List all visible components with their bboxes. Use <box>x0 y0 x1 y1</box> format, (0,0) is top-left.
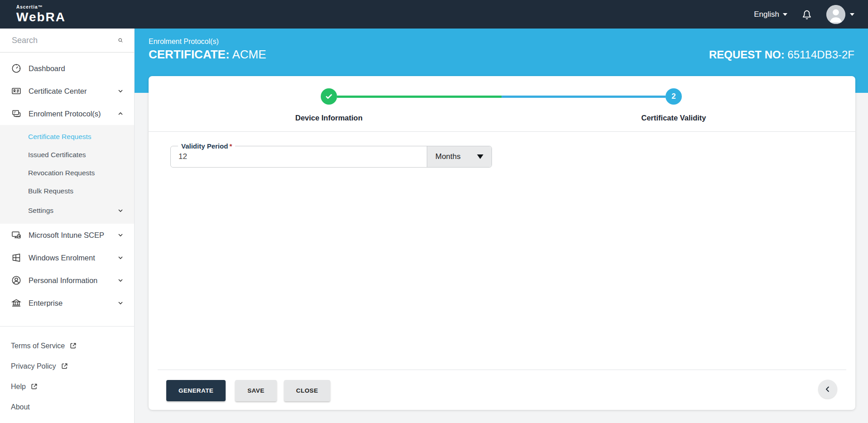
step-1-indicator[interactable] <box>321 88 337 105</box>
brand-logo: Ascertia™ WebRA <box>16 5 66 24</box>
link-label: About <box>11 403 30 411</box>
stepper-line-completed <box>337 96 502 98</box>
request-number-value: 65114DB3-2F <box>787 48 854 61</box>
sidebar-item-dashboard[interactable]: Dashboard <box>0 57 134 80</box>
sidebar-item-label: Revocation Requests <box>28 169 95 177</box>
intune-scep-icon <box>11 230 22 240</box>
link-label: Terms of Service <box>11 342 65 350</box>
page-title-label: CERTIFICATE: <box>149 48 230 61</box>
wizard-stepper: 2 Device Information Certificate Validit… <box>149 76 855 132</box>
language-selector[interactable]: English <box>754 10 787 19</box>
enrolment-protocols-icon <box>11 108 22 119</box>
chevron-down-icon <box>117 299 124 307</box>
external-link-icon <box>61 362 68 370</box>
validity-unit-dropdown[interactable]: Months <box>427 146 492 167</box>
sidebar-item-revocation-requests[interactable]: Revocation Requests <box>0 164 134 182</box>
external-link-icon <box>30 383 38 390</box>
bank-icon <box>11 298 22 308</box>
privacy-policy-link[interactable]: Privacy Policy <box>0 356 134 376</box>
stepper-progress-line <box>337 96 665 98</box>
chevron-down-icon <box>117 231 124 239</box>
link-label: Help <box>11 383 26 391</box>
sidebar-item-enrolment-protocols[interactable]: Enrolment Protocol(s) <box>0 102 134 125</box>
generate-button[interactable]: GENERATE <box>166 380 226 401</box>
sidebar-item-label: Bulk Requests <box>28 187 73 195</box>
previous-step-button[interactable] <box>818 380 837 399</box>
stepper-line-remaining <box>502 96 666 98</box>
chevron-down-icon <box>850 13 854 16</box>
notifications-button[interactable] <box>800 8 814 21</box>
request-number-label: REQUEST NO: <box>709 48 785 61</box>
sidebar-item-personal-information[interactable]: Personal Information <box>0 269 134 292</box>
sidebar-item-label: Certificate Requests <box>28 133 92 141</box>
terms-of-service-link[interactable]: Terms of Service <box>0 336 134 356</box>
sidebar-item-bulk-requests[interactable]: Bulk Requests <box>0 182 134 200</box>
link-label: Privacy Policy <box>11 362 56 370</box>
validity-period-field-group: Validity Period* Months <box>170 146 492 168</box>
chevron-down-icon <box>783 13 787 16</box>
brand-large-text: WebRA <box>16 11 66 24</box>
search-input[interactable] <box>11 35 118 46</box>
step-2-indicator[interactable]: 2 <box>665 88 682 105</box>
enrolment-submenu: Certificate Requests Issued Certificates… <box>0 125 134 224</box>
sidebar-item-settings[interactable]: Settings <box>0 200 134 221</box>
person-icon <box>11 275 22 286</box>
sidebar-item-label: Issued Certificates <box>28 151 86 159</box>
certificate-validity-form: Validity Period* Months <box>149 132 855 168</box>
chevron-left-icon <box>824 385 832 393</box>
sidebar-item-label: Microsoft Intune SCEP <box>29 231 104 240</box>
user-menu[interactable] <box>826 5 854 24</box>
step-2-label: Certificate Validity <box>641 114 706 122</box>
sidebar-item-label: Personal Information <box>29 276 97 285</box>
validity-period-label-text: Validity Period <box>181 142 228 150</box>
brand-small-text: Ascertia™ <box>16 5 66 10</box>
user-silhouette-icon <box>826 5 845 24</box>
breadcrumb: Enrolment Protocol(s) <box>149 38 854 46</box>
chevron-down-icon <box>117 277 124 284</box>
chevron-down-icon <box>117 87 124 95</box>
sidebar-item-enterprise[interactable]: Enterprise <box>0 292 134 314</box>
required-asterisk: * <box>229 142 232 150</box>
chevron-down-icon <box>117 207 124 214</box>
validity-unit-value: Months <box>435 152 461 161</box>
sidebar-item-windows-enrolment[interactable]: Windows Enrolment <box>0 246 134 269</box>
check-icon <box>324 92 333 101</box>
request-number: REQUEST NO: 65114DB3-2F <box>709 48 854 61</box>
search-icon[interactable] <box>118 36 123 45</box>
dropdown-arrow-icon <box>477 154 483 159</box>
sidebar-item-label: Settings <box>28 207 53 215</box>
sidebar: Dashboard Certificate Center Enrolment P… <box>0 29 135 423</box>
sidebar-item-label: Enrolment Protocol(s) <box>29 110 101 118</box>
card-footer: GENERATE SAVE CLOSE <box>149 370 855 410</box>
close-button[interactable]: CLOSE <box>284 380 331 401</box>
help-link[interactable]: Help <box>0 376 134 397</box>
about-link[interactable]: About <box>0 397 134 417</box>
page-title-value: ACME <box>232 48 266 61</box>
sidebar-item-label: Windows Enrolment <box>29 254 95 262</box>
step-2-number: 2 <box>671 92 675 101</box>
dashboard-icon <box>11 63 22 74</box>
chevron-down-icon <box>117 254 124 261</box>
wizard-card: 2 Device Information Certificate Validit… <box>149 76 855 410</box>
save-button[interactable]: SAVE <box>235 380 276 401</box>
certificate-center-icon <box>11 86 22 96</box>
language-label: English <box>754 10 779 19</box>
sidebar-item-issued-certificates[interactable]: Issued Certificates <box>0 146 134 164</box>
sidebar-item-label: Certificate Center <box>29 87 87 96</box>
top-header: Ascertia™ WebRA English <box>0 0 868 29</box>
external-link-icon <box>69 342 77 350</box>
sidebar-item-label: Enterprise <box>29 299 63 308</box>
validity-period-label: Validity Period* <box>178 142 235 150</box>
sidebar-item-microsoft-intune-scep[interactable]: Microsoft Intune SCEP <box>0 224 134 246</box>
sidebar-item-certificate-requests[interactable]: Certificate Requests <box>0 128 134 146</box>
sidebar-item-certificate-center[interactable]: Certificate Center <box>0 80 134 102</box>
windows-icon <box>11 252 22 263</box>
sidebar-search <box>0 29 134 53</box>
sidebar-nav: Dashboard Certificate Center Enrolment P… <box>0 53 134 417</box>
sidebar-item-label: Dashboard <box>29 64 65 73</box>
avatar <box>826 5 845 24</box>
step-1-label: Device Information <box>295 114 363 122</box>
main-content: Enrolment Protocol(s) CERTIFICATE: ACME … <box>135 0 868 410</box>
bell-icon <box>800 8 814 21</box>
sidebar-footer: Terms of Service Privacy Policy Help Abo… <box>0 327 134 417</box>
